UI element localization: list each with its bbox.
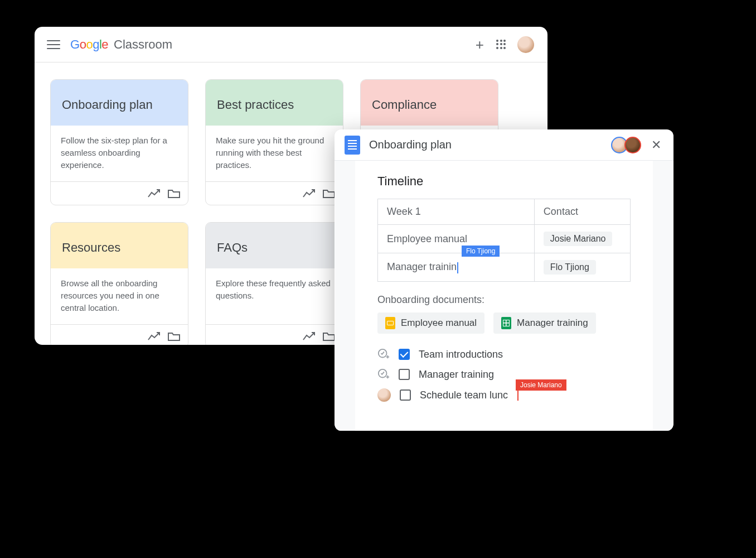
gradebook-icon[interactable]	[148, 332, 160, 341]
table-row: Manager trainin Flo Tjiong Flo Tjiong	[378, 253, 631, 282]
folder-icon[interactable]	[323, 189, 335, 199]
checklist-label: Manager training	[419, 369, 494, 381]
close-icon[interactable]: ✕	[649, 136, 663, 155]
card-title: Onboarding plan	[51, 80, 188, 126]
add-checklist-icon[interactable]	[377, 368, 390, 381]
checklist-label: Team introductions	[419, 349, 503, 360]
classroom-header: Google Classroom +	[35, 27, 547, 62]
contact-chip[interactable]: Flo Tjiong	[544, 260, 596, 275]
collaborator-cursor	[457, 262, 458, 273]
table-cell-task: Employee manual	[378, 225, 535, 253]
folder-icon[interactable]	[168, 331, 180, 341]
card-title: Compliance	[361, 80, 498, 126]
docs-body[interactable]: Timeline Week 1 Contact Employee manual …	[355, 161, 653, 431]
doc-chip-label: Manager training	[517, 318, 588, 329]
card-footer	[51, 181, 188, 205]
card-description: Follow the six-step plan for a seamless …	[51, 126, 188, 181]
product-name: Classroom	[114, 37, 172, 52]
checklist-item: Team introductions	[377, 348, 631, 360]
add-checklist-icon[interactable]	[377, 348, 390, 360]
checklist-item: Manager training	[377, 368, 631, 381]
google-logo: Google	[70, 37, 108, 52]
collaborator-cursor	[517, 389, 518, 401]
create-class-icon[interactable]: +	[476, 37, 484, 52]
card-footer	[206, 181, 343, 205]
table-header-contact: Contact	[534, 199, 630, 225]
class-card-faqs[interactable]: FAQs Explore these frequently asked ques…	[205, 222, 343, 345]
card-description: Make sure you hit the ground running wit…	[206, 126, 343, 181]
collaborator-tag: Flo Tjiong	[462, 246, 500, 257]
doc-chip-label: Employee manual	[401, 318, 477, 329]
onboarding-docs-label: Onboarding documents:	[377, 294, 631, 306]
folder-icon[interactable]	[323, 331, 335, 341]
card-description: Browse all the onboarding resources you …	[51, 268, 188, 324]
card-title: FAQs	[206, 223, 343, 268]
assignee-avatar[interactable]	[377, 388, 391, 402]
timeline-table: Week 1 Contact Employee manual Josie Mar…	[377, 199, 631, 282]
card-title: Resources	[51, 223, 188, 268]
contact-chip[interactable]: Josie Mariano	[544, 232, 613, 246]
class-card-onboarding-plan[interactable]: Onboarding plan Follow the six-step plan…	[50, 79, 188, 205]
gradebook-icon[interactable]	[303, 189, 315, 198]
card-footer	[51, 324, 188, 345]
checklist-label: Schedule team lunc	[420, 389, 508, 401]
collaborator-avatar[interactable]	[624, 137, 641, 153]
table-cell-text: Manager trainin	[387, 261, 457, 272]
google-slides-icon	[385, 317, 395, 329]
menu-icon[interactable]	[47, 38, 60, 51]
checkbox[interactable]	[399, 369, 410, 380]
card-description: Explore these frequently asked questions…	[206, 268, 343, 324]
document-chips-row: Employee manual Manager training	[377, 312, 631, 334]
table-row: Employee manual Josie Mariano	[378, 225, 631, 253]
account-avatar[interactable]	[516, 35, 535, 54]
checklist: Team introductions Manager training Sche…	[377, 348, 631, 402]
google-apps-icon[interactable]	[496, 40, 506, 50]
card-footer	[206, 324, 343, 345]
table-cell-task: Manager trainin Flo Tjiong	[378, 253, 535, 282]
folder-icon[interactable]	[168, 189, 180, 199]
docs-title: Onboarding plan	[369, 138, 452, 151]
card-title: Best practices	[206, 80, 343, 126]
collaborator-tag: Josie Mariano	[516, 379, 566, 391]
gradebook-icon[interactable]	[148, 189, 160, 198]
table-header-week: Week 1	[378, 199, 535, 225]
checkbox[interactable]	[400, 389, 411, 401]
doc-chip-slides[interactable]: Employee manual	[377, 312, 484, 334]
checklist-item: Schedule team lunc Josie Mariano	[377, 388, 631, 402]
docs-window: Onboarding plan ✕ Timeline Week 1 Contac…	[335, 129, 673, 431]
class-card-best-practices[interactable]: Best practices Make sure you hit the gro…	[205, 79, 343, 205]
checkbox[interactable]	[399, 349, 410, 360]
google-sheets-icon	[501, 317, 511, 329]
google-docs-icon	[345, 136, 360, 155]
timeline-heading: Timeline	[377, 174, 631, 189]
class-card-resources[interactable]: Resources Browse all the onboarding reso…	[50, 222, 188, 345]
docs-header: Onboarding plan ✕	[335, 129, 673, 161]
collaborator-avatars[interactable]	[614, 137, 641, 153]
doc-chip-sheets[interactable]: Manager training	[493, 312, 596, 334]
gradebook-icon[interactable]	[303, 332, 315, 341]
